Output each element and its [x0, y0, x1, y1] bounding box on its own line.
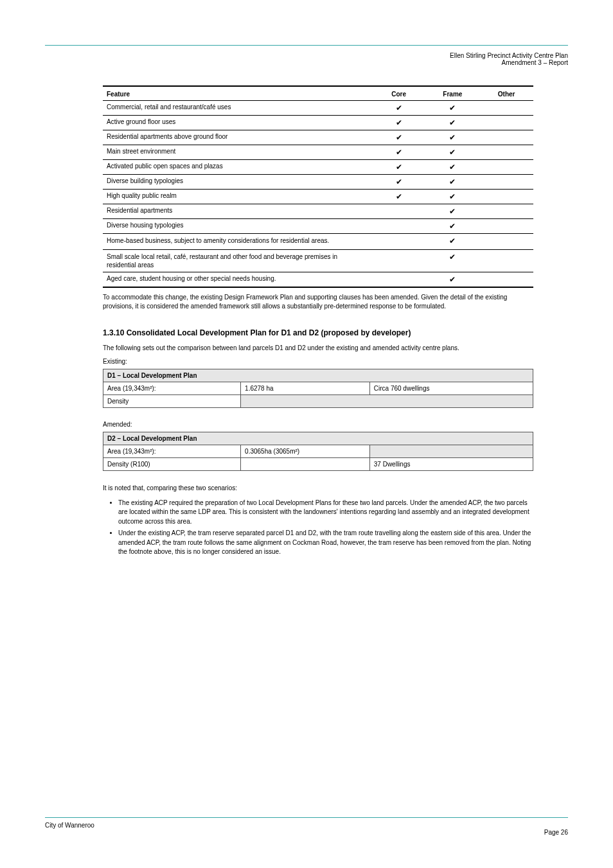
- other-cell: [479, 249, 533, 272]
- core-cell: ✔: [372, 101, 426, 116]
- core-cell: [372, 249, 426, 272]
- table-row: Residential apartments ✔: [103, 204, 533, 219]
- other-cell: [479, 101, 533, 116]
- d2-title-cell: D2 – Local Development Plan: [103, 432, 533, 445]
- table-row: Diverse building typologies ✔ ✔: [103, 175, 533, 190]
- d2-r2c3: 37 Dwellings: [369, 458, 533, 471]
- d2-r1c1: Area (19,343m²):: [103, 445, 241, 458]
- other-cell: [479, 219, 533, 234]
- footer-left: City of Wanneroo: [45, 822, 94, 836]
- d1-r1c2: 1.6278 ha: [241, 382, 370, 395]
- scenario-bullet-1: The existing ACP required the preparatio…: [118, 499, 533, 527]
- footer-rule: [45, 817, 568, 818]
- frame-cell: ✔: [426, 190, 480, 204]
- feature-cell: Diverse building typologies: [103, 175, 372, 190]
- amended-label: Amended:: [103, 421, 533, 428]
- frame-cell: ✔: [426, 204, 480, 219]
- core-cell: ✔: [372, 175, 426, 190]
- paragraph-1: To accommodate this change, the existing…: [103, 293, 533, 312]
- table-row: Small scale local retail, café, restaura…: [103, 249, 533, 272]
- table-row: Diverse housing typologies ✔: [103, 219, 533, 234]
- frame-cell: ✔: [426, 101, 480, 116]
- d1-row-1: Area (19,343m²): 1.6278 ha Circa 760 dwe…: [103, 382, 533, 395]
- table-row: High quality public realm ✔ ✔: [103, 190, 533, 204]
- header-line2: Amendment 3 – Report: [502, 59, 568, 66]
- d2-r2c2: [241, 458, 370, 471]
- feature-cell: Small scale local retail, café, restaura…: [103, 249, 372, 272]
- d1-title-cell: D1 – Local Development Plan: [103, 369, 533, 382]
- table-row: Activated public open spaces and plazas …: [103, 160, 533, 175]
- other-cell: [479, 130, 533, 145]
- feature-cell: Residential apartments above ground floo…: [103, 130, 372, 145]
- footer-right-line2: Page 26: [544, 829, 568, 836]
- frame-cell: ✔: [426, 145, 480, 160]
- other-cell: [479, 175, 533, 190]
- table-row: Aged care, student housing or other spec…: [103, 272, 533, 287]
- core-cell: [372, 272, 426, 287]
- frame-cell: ✔: [426, 234, 480, 250]
- header-feature: Feature: [103, 86, 372, 101]
- d2-ldp-table: D2 – Local Development Plan Area (19,343…: [103, 432, 533, 471]
- other-cell: [479, 272, 533, 287]
- feature-cell: High quality public realm: [103, 190, 372, 204]
- d1-r1c3: Circa 760 dwellings: [369, 382, 533, 395]
- d2-r1c3: [369, 445, 533, 458]
- other-cell: [479, 234, 533, 250]
- table-row: Commercial, retail and restaurant/café u…: [103, 101, 533, 116]
- d1-r2c1: Density: [103, 395, 241, 408]
- d2-r1c2: 0.3065ha (3065m²): [241, 445, 370, 458]
- d1-r2c2: [241, 395, 533, 408]
- d1-title-row: D1 – Local Development Plan: [103, 369, 533, 382]
- header-line1: Ellen Stirling Precinct Activity Centre …: [450, 52, 568, 59]
- table-header-row: Feature Core Frame Other: [103, 86, 533, 101]
- core-cell: ✔: [372, 145, 426, 160]
- other-cell: [479, 116, 533, 130]
- feature-cell: Active ground floor uses: [103, 116, 372, 130]
- core-cell: [372, 204, 426, 219]
- frame-cell: ✔: [426, 116, 480, 130]
- existing-label: Existing:: [103, 358, 533, 365]
- core-cell: [372, 234, 426, 250]
- scenario-bullets: The existing ACP required the preparatio…: [103, 499, 533, 557]
- feature-cell: Diverse housing typologies: [103, 219, 372, 234]
- d1-ldp-table: D1 – Local Development Plan Area (19,343…: [103, 369, 533, 408]
- d2-title-row: D2 – Local Development Plan: [103, 432, 533, 445]
- other-cell: [479, 204, 533, 219]
- feature-cell: Aged care, student housing or other spec…: [103, 272, 372, 287]
- table-row: Residential apartments above ground floo…: [103, 130, 533, 145]
- feature-cell: Residential apartments: [103, 204, 372, 219]
- header-other: Other: [479, 86, 533, 101]
- feature-cell: Activated public open spaces and plazas: [103, 160, 372, 175]
- d2-row-2: Density (R100) 37 Dwellings: [103, 458, 533, 471]
- core-cell: ✔: [372, 130, 426, 145]
- scenario-intro: It is noted that, comparing these two sc…: [103, 484, 533, 493]
- other-cell: [479, 145, 533, 160]
- feature-cell: Home-based business, subject to amenity …: [103, 234, 372, 250]
- frame-cell: ✔: [426, 272, 480, 287]
- frame-cell: ✔: [426, 160, 480, 175]
- d2-row-1: Area (19,343m²): 0.3065ha (3065m²): [103, 445, 533, 458]
- d2-r2c1: Density (R100): [103, 458, 241, 471]
- frame-cell: ✔: [426, 175, 480, 190]
- core-cell: ✔: [372, 160, 426, 175]
- frame-cell: ✔: [426, 249, 480, 272]
- paragraph-2: The following sets out the comparison be…: [103, 344, 533, 353]
- frame-cell: ✔: [426, 130, 480, 145]
- frame-cell: ✔: [426, 219, 480, 234]
- header-rule: [45, 45, 568, 46]
- core-cell: ✔: [372, 116, 426, 130]
- table-row: Active ground floor uses ✔ ✔: [103, 116, 533, 130]
- feature-cell: Main street environment: [103, 145, 372, 160]
- table-row: Main street environment ✔ ✔: [103, 145, 533, 160]
- header-core: Core: [372, 86, 426, 101]
- d1-r1c1: Area (19,343m²):: [103, 382, 241, 395]
- footer: City of Wanneroo Page 26: [45, 817, 568, 836]
- header-frame: Frame: [426, 86, 480, 101]
- other-cell: [479, 160, 533, 175]
- other-cell: [479, 190, 533, 204]
- features-table: Feature Core Frame Other Commercial, ret…: [103, 85, 533, 288]
- core-cell: ✔: [372, 190, 426, 204]
- header-text: Ellen Stirling Precinct Activity Centre …: [45, 52, 568, 66]
- core-cell: [372, 219, 426, 234]
- scenario-bullet-2: Under the existing ACP, the tram reserve…: [118, 529, 533, 557]
